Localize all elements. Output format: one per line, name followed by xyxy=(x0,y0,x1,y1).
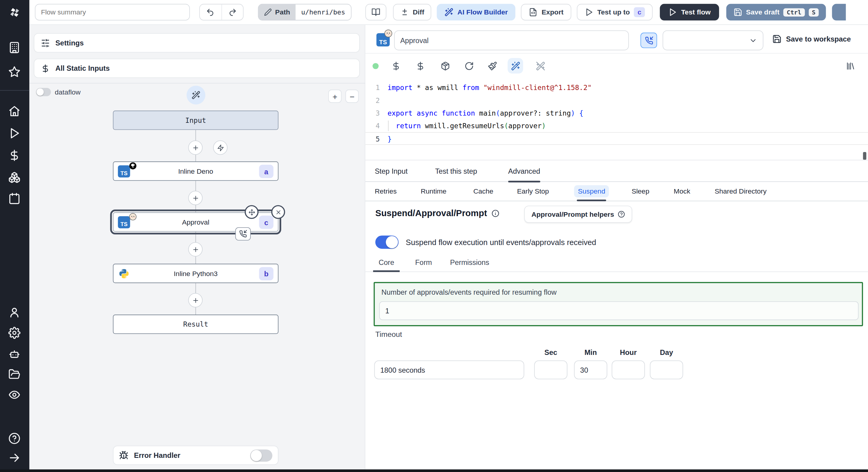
code-line[interactable]: 5} xyxy=(365,132,868,145)
timeout-day-input[interactable] xyxy=(650,361,683,379)
editor-scrollbar[interactable] xyxy=(863,152,866,160)
format-button[interactable] xyxy=(484,58,500,73)
tab-advanced[interactable]: Advanced xyxy=(508,161,540,181)
flow-settings-card[interactable]: Settings xyxy=(34,33,360,53)
sec-label: Sec xyxy=(534,348,567,357)
suspend-flow-toggle[interactable] xyxy=(375,235,398,249)
add-step-button[interactable] xyxy=(188,242,203,257)
code-line[interactable]: 2 xyxy=(365,94,868,107)
bun-icon xyxy=(129,213,137,221)
reload-button[interactable] xyxy=(461,58,476,73)
audit-eye-icon[interactable] xyxy=(8,389,21,401)
info-icon[interactable] xyxy=(492,209,499,217)
timeout-input[interactable] xyxy=(374,361,524,379)
approval-prompt-helpers-button[interactable]: Approval/Prompt helpers xyxy=(524,206,632,223)
flow-input-node[interactable]: Input xyxy=(113,110,278,130)
ai-disabled-button[interactable] xyxy=(532,58,548,73)
tab-step-input[interactable]: Step Input xyxy=(375,161,407,181)
subtab-cache[interactable]: Cache xyxy=(473,182,493,200)
path-button[interactable]: Path xyxy=(258,4,296,20)
deploy-button-partial[interactable] xyxy=(832,4,846,21)
add-step-button[interactable] xyxy=(188,191,203,205)
code-lines: 1import * as wmill from "windmill-client… xyxy=(365,81,868,145)
error-handler-toggle[interactable] xyxy=(250,449,272,461)
typescript-badge: TS xyxy=(376,33,390,46)
add-step-button[interactable] xyxy=(188,141,203,155)
subtab-runtime[interactable]: Runtime xyxy=(421,182,446,200)
tab-form[interactable]: Form xyxy=(410,252,437,271)
script-version-select[interactable] xyxy=(663,30,764,50)
delete-step-button[interactable] xyxy=(271,205,285,219)
step-node-a[interactable]: TS Inline Deno a xyxy=(113,161,278,180)
zoom-in-button[interactable]: + xyxy=(328,90,341,103)
users-icon[interactable] xyxy=(8,306,21,318)
add-trigger-button[interactable] xyxy=(213,141,227,155)
step-node-b[interactable]: Inline Python3 b xyxy=(113,264,278,283)
subtab-retries[interactable]: Retries xyxy=(375,182,397,200)
flow-summary-input[interactable] xyxy=(35,4,190,21)
test-flow-button[interactable]: Test flow xyxy=(660,4,719,21)
test-up-to-button[interactable]: Test up to c xyxy=(577,4,653,21)
settings-gear-icon[interactable] xyxy=(8,327,21,339)
subtab-sleep[interactable]: Sleep xyxy=(632,182,650,200)
path-value[interactable]: u/henri/bes xyxy=(296,4,351,20)
kbd-ctrl: Ctrl xyxy=(783,8,805,16)
step-header: TS Save to workspace xyxy=(365,25,868,54)
timeout-min-input[interactable] xyxy=(574,361,607,379)
timeout-sec-input[interactable] xyxy=(534,361,567,379)
hour-label: Hour xyxy=(612,348,645,357)
ai-graph-wand-button[interactable] xyxy=(187,86,205,104)
flow-result-node[interactable]: Result xyxy=(113,314,278,334)
save-to-workspace-button[interactable]: Save to workspace xyxy=(772,34,851,44)
library-button[interactable] xyxy=(842,58,858,73)
help-icon[interactable] xyxy=(8,432,21,444)
move-step-button[interactable] xyxy=(245,205,258,219)
timeout-hour-input[interactable] xyxy=(612,361,645,379)
app-sidebar xyxy=(0,0,29,472)
zoom-out-button[interactable]: − xyxy=(345,90,359,103)
subtab-early-stop[interactable]: Early Stop xyxy=(517,182,549,200)
tab-core[interactable]: Core xyxy=(373,252,400,271)
add-step-button[interactable] xyxy=(188,293,203,307)
package-button[interactable] xyxy=(437,58,453,73)
variables-dollar-icon[interactable] xyxy=(8,149,21,161)
undo-icon xyxy=(206,8,215,16)
step-name-input[interactable] xyxy=(394,30,629,50)
approvals-required-input[interactable] xyxy=(379,301,859,320)
windmill-logo-icon[interactable] xyxy=(7,5,22,20)
suspend-step-toggle-button[interactable] xyxy=(641,33,657,48)
step-id-badge: b xyxy=(259,267,274,280)
insert-variable-button[interactable] xyxy=(388,58,404,73)
all-static-inputs-card[interactable]: All Static Inputs xyxy=(34,59,360,78)
diff-button[interactable]: Diff xyxy=(393,4,431,21)
dataflow-toggle[interactable] xyxy=(36,88,51,96)
subtab-shared-directory[interactable]: Shared Directory xyxy=(715,182,767,200)
runs-play-icon[interactable] xyxy=(8,127,21,139)
tab-permissions[interactable]: Permissions xyxy=(444,252,495,271)
subtab-suspend[interactable]: Suspend xyxy=(578,182,606,200)
docs-button[interactable] xyxy=(365,4,386,21)
redo-button[interactable] xyxy=(222,4,243,20)
insert-resource-button[interactable] xyxy=(412,58,428,73)
folders-icon[interactable] xyxy=(8,368,21,380)
ai-assistant-button[interactable] xyxy=(507,58,523,73)
typescript-badge: TS xyxy=(118,216,130,228)
save-draft-button[interactable]: Save draft Ctrl S xyxy=(726,4,826,21)
favorites-star-icon[interactable] xyxy=(8,66,21,78)
undo-button[interactable] xyxy=(200,4,222,20)
schedules-calendar-icon[interactable] xyxy=(8,192,21,204)
ai-flow-builder-button[interactable]: AI Flow Builder xyxy=(437,4,516,21)
error-handler-card[interactable]: Error Handler xyxy=(113,445,278,465)
tab-test-this-step[interactable]: Test this step xyxy=(435,161,477,181)
home-icon[interactable] xyxy=(8,105,21,117)
code-line[interactable]: 1import * as wmill from "windmill-client… xyxy=(365,81,868,94)
code-editor[interactable]: 1import * as wmill from "windmill-client… xyxy=(365,78,868,161)
subtab-mock[interactable]: Mock xyxy=(674,182,690,200)
expand-sidebar-arrow-icon[interactable] xyxy=(8,452,21,464)
resources-boxes-icon[interactable] xyxy=(8,171,21,183)
workspace-building-icon[interactable] xyxy=(8,41,21,54)
export-button[interactable]: Export xyxy=(521,4,571,21)
code-line[interactable]: 4 return wmill.getResumeUrls(approver) xyxy=(365,120,868,132)
workers-bot-icon[interactable] xyxy=(8,348,21,360)
code-line[interactable]: 3export async function main(approver?: s… xyxy=(365,107,868,119)
